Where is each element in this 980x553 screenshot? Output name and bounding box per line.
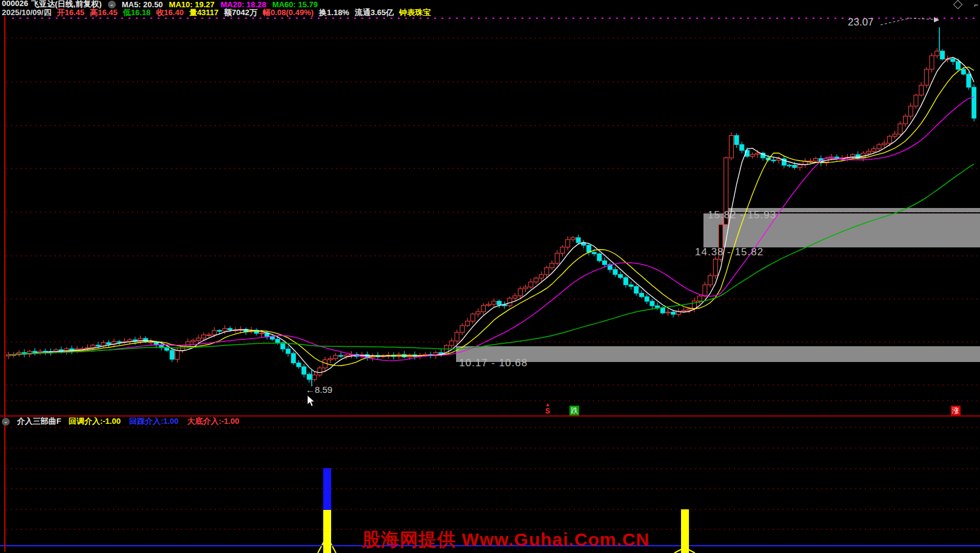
quote-item: 低16.18 [123, 7, 151, 18]
zone-label-upper: 15.82 - 15.93 [708, 209, 776, 221]
quote-item: 换1.18% [319, 7, 349, 18]
quote-item: 2025/10/09/四 [2, 7, 52, 18]
quote-item: 高16.45 [90, 7, 118, 18]
fall-badge: 跌 [569, 406, 579, 415]
chevron-down-icon[interactable]: ⌄ [2, 418, 10, 426]
left-price-axis [4, 16, 5, 552]
mouse-cursor [307, 395, 317, 407]
quote-header: 000026 飞亚达(日线,前复权) ⌄ MA5: 20.50MA10: 19.… [2, 0, 431, 17]
quote-item: 钟表珠宝 [399, 7, 431, 18]
corner-fragment-icon: ⌐ [974, 1, 978, 9]
main-candlestick-chart[interactable] [0, 0, 980, 416]
zone-label-mid: 14.38 - 15.82 [695, 246, 764, 258]
quote-row: 2025/10/09/四开16.45高16.45低16.18收16.40量431… [2, 8, 431, 17]
indicator-header: ⌄ 介入三部曲F 回调介入:-1.00回踩介入:1.00大底介入:-1.00 [2, 417, 240, 426]
zone-label-lower: 10.17 - 10.68 [459, 357, 528, 369]
quote-item: 流通3.65亿 [355, 7, 394, 18]
sell-signal-marker: ▲ S [542, 402, 553, 414]
watermark-text: 股海网提供 Www.Guhai.Com.CN [362, 528, 649, 552]
quote-item: 幅0.08(0.49%) [263, 7, 314, 18]
indicator-title: 介入三部曲F [17, 416, 61, 427]
indicator-value: 回调介入:-1.00 [69, 416, 121, 427]
trading-app-window: 000026 飞亚达(日线,前复权) ⌄ MA5: 20.50MA10: 19.… [0, 0, 980, 553]
quote-item: 开16.45 [57, 7, 85, 18]
low-price-label: ←8.59 [306, 384, 332, 395]
quote-item: 收16.40 [156, 7, 184, 18]
indicator-value: 大底介入:-1.00 [187, 416, 240, 427]
quote-item: 量43117 [189, 7, 218, 18]
indicator-value: 回踩介入:1.00 [129, 416, 179, 427]
high-price-label: 23.07 [848, 16, 874, 28]
quote-item: 额7042万 [224, 7, 257, 18]
indicator-values: 回调介入:-1.00回踩介入:1.00大底介入:-1.00 [69, 416, 240, 427]
rise-badge: 涨 [951, 406, 961, 415]
